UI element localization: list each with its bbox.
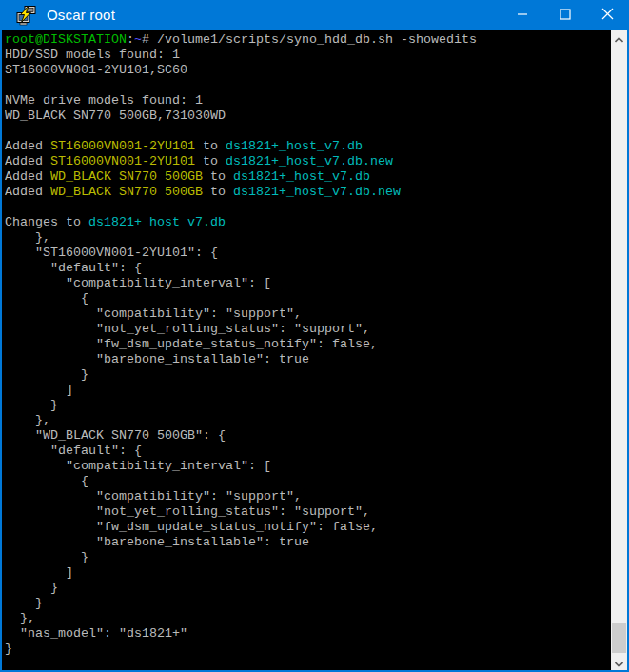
terminal-screen[interactable]: root@DISKSTATION:~# /volume1/scripts/syn… (2, 30, 627, 670)
close-button[interactable] (586, 0, 629, 30)
terminal-line: Added WD_BLACK SN770 500GB to ds1821+_ho… (5, 185, 610, 200)
minimize-button[interactable] (501, 0, 543, 30)
maximize-button[interactable] (543, 0, 586, 30)
terminal-line: Added WD_BLACK SN770 500GB to ds1821+_ho… (5, 169, 610, 185)
terminal-line: "compatibility": "support", (5, 306, 610, 322)
terminal-line: "not_yet_rolling_status": "support", (5, 504, 610, 520)
terminal-line: "ST16000VN001-2YU101": { (5, 246, 610, 261)
terminal-line: HDD/SSD models found: 1 (5, 48, 610, 63)
terminal-line: "compatibility_interval": [ (5, 459, 610, 474)
putty-terminal-icon (16, 5, 37, 26)
terminal-line: "default": { (5, 444, 610, 459)
terminal-line: ] (5, 565, 610, 581)
terminal-line: root@DISKSTATION:~# /volume1/scripts/syn… (5, 32, 610, 48)
terminal-line: "compatibility": "support", (5, 489, 610, 504)
close-icon (601, 7, 614, 24)
terminal-line: "default": { (5, 261, 610, 276)
terminal-line: NVMe drive models found: 1 (5, 93, 610, 109)
scrollbar-up-button[interactable] (611, 30, 627, 46)
terminal-line: }, (5, 230, 610, 246)
terminal-line: }, (5, 413, 610, 428)
window-controls (501, 0, 629, 30)
terminal-line: "compatibility_interval": [ (5, 276, 610, 291)
terminal-line: } (5, 596, 610, 611)
terminal-line: { (5, 291, 610, 306)
terminal-line: "barebone_installable": true (5, 535, 610, 550)
terminal-line: } (5, 581, 610, 596)
minimize-icon (517, 7, 528, 24)
terminal-line: } (5, 550, 610, 565)
terminal-line: Added ST16000VN001-2YU101 to ds1821+_hos… (5, 139, 610, 154)
title-bar[interactable]: Oscar root (0, 0, 629, 30)
chevron-down-icon (615, 654, 623, 671)
terminal-line: } (5, 642, 610, 657)
terminal-line: { (5, 474, 610, 489)
terminal-line: "WD_BLACK SN770 500GB": { (5, 428, 610, 444)
terminal-line: ST16000VN001-2YU101,SC60 (5, 63, 610, 78)
terminal-output: root@DISKSTATION:~# /volume1/scripts/syn… (5, 32, 610, 670)
scrollbar-thumb[interactable] (612, 623, 626, 653)
terminal-line (5, 124, 610, 139)
scrollbar-down-button[interactable] (611, 654, 627, 670)
terminal-line (5, 200, 610, 215)
terminal-line: "nas_model": "ds1821+" (5, 626, 610, 642)
terminal-line: "barebone_installable": true (5, 352, 610, 367)
window-title: Oscar root (47, 7, 115, 23)
maximize-icon (560, 7, 571, 24)
terminal-line (5, 78, 610, 93)
terminal-line: "fw_dsm_update_status_notify": false, (5, 337, 610, 352)
terminal-line: ] (5, 383, 610, 398)
terminal-line: } (5, 367, 610, 383)
terminal-line: } (5, 398, 610, 413)
terminal-line: "fw_dsm_update_status_notify": false, (5, 520, 610, 535)
terminal-line: Changes to ds1821+_host_v7.db (5, 215, 610, 230)
scrollbar[interactable] (611, 30, 627, 670)
terminal-line: }, (5, 611, 610, 626)
terminal-line: "not_yet_rolling_status": "support", (5, 322, 610, 337)
terminal-line: Added ST16000VN001-2YU101 to ds1821+_hos… (5, 154, 610, 169)
chevron-up-icon (615, 30, 623, 47)
putty-window: Oscar root root@DISKSTATION:~# /volume1/… (0, 0, 629, 672)
terminal-line: WD_BLACK SN770 500GB,731030WD (5, 109, 610, 124)
